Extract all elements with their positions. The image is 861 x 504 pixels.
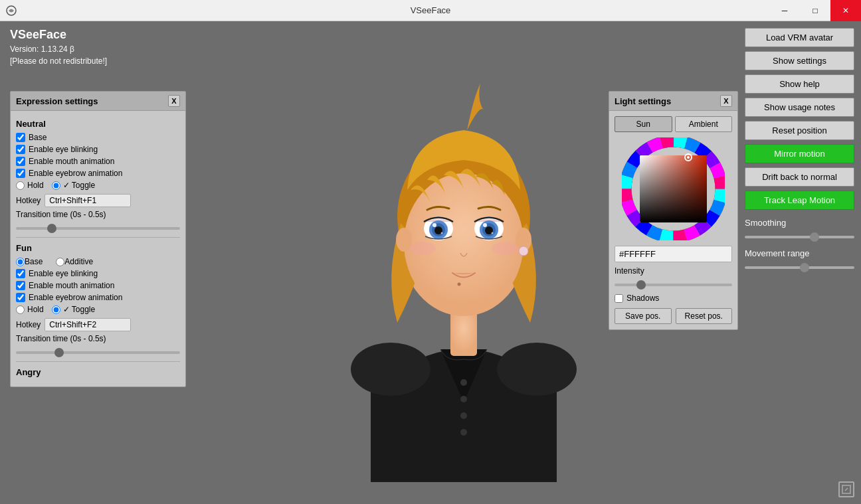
fun-slider-container [16, 346, 180, 356]
smoothing-section: Smoothing [745, 218, 854, 240]
neutral-base-checkbox[interactable] [16, 133, 25, 142]
show-usage-notes-button[interactable]: Show usage notes [745, 98, 854, 117]
section-divider-1 [16, 237, 180, 238]
app-version: Version: 1.13.24 β [10, 44, 107, 54]
avatar-svg [324, 44, 603, 482]
window-title: VSeeFace [411, 5, 451, 15]
svg-point-28 [460, 379, 467, 386]
fun-base-radio[interactable] [16, 258, 25, 266]
app-title-area: VSeeFace Version: 1.13.24 β [Please do n… [10, 28, 107, 66]
close-button[interactable]: ✕ [830, 0, 861, 21]
svg-point-22 [409, 242, 436, 255]
color-wheel-container [615, 137, 732, 240]
svg-point-49 [687, 156, 690, 159]
fun-transition-slider[interactable] [16, 351, 180, 354]
neutral-eye-blink-checkbox[interactable] [16, 145, 25, 154]
neutral-section-label: Neutral [16, 119, 180, 129]
show-settings-button[interactable]: Show settings [745, 51, 854, 70]
sun-tab[interactable]: Sun [615, 116, 672, 132]
app-name: VSeeFace [10, 28, 107, 42]
movement-range-section: Movement range [745, 248, 854, 271]
svg-rect-47 [640, 155, 707, 222]
neutral-eyebrow-row: Enable eyebrow animation [16, 169, 180, 178]
neutral-hotkey-row: Hotkey [16, 194, 180, 207]
svg-point-30 [460, 412, 467, 419]
smoothing-label: Smoothing [745, 218, 854, 228]
light-panel: Light settings X Sun Ambient [609, 91, 738, 330]
window-controls: ─ □ ✕ [769, 0, 861, 21]
fun-hold-radio[interactable] [16, 305, 25, 314]
expression-panel-close[interactable]: X [168, 95, 180, 107]
movement-range-slider[interactable] [745, 266, 854, 269]
section-divider-2 [16, 361, 180, 362]
color-wheel-svg [622, 137, 725, 240]
show-help-button[interactable]: Show help [745, 74, 854, 94]
neutral-hold-radio[interactable] [16, 181, 25, 190]
reset-pos-button[interactable]: Reset pos. [676, 308, 733, 324]
fun-transition-label: Transition time (0s - 0.5s) [16, 334, 180, 343]
light-btn-row: Save pos. Reset pos. [615, 308, 732, 324]
app-icon [5, 5, 17, 17]
shadows-checkbox[interactable] [615, 294, 623, 303]
intensity-label: Intensity [615, 266, 732, 276]
expression-panel-title: Expression settings [16, 96, 98, 106]
color-hex-input[interactable]: #FFFFFF [615, 246, 732, 262]
movement-range-label: Movement range [745, 248, 854, 258]
save-pos-button[interactable]: Save pos. [615, 308, 672, 324]
drift-back-button[interactable]: Drift back to normal [745, 167, 854, 187]
svg-point-20 [441, 232, 443, 234]
resize-icon [842, 485, 851, 494]
fun-type-row: Base Additive [16, 257, 180, 266]
neutral-slider-container [16, 222, 180, 232]
neutral-transition-label: Transition time (0s - 0.5s) [16, 210, 180, 219]
fun-hold-toggle-row: Hold ✓ Toggle [16, 305, 180, 314]
neutral-eyebrow-checkbox[interactable] [16, 169, 25, 178]
svg-point-25 [396, 228, 412, 252]
fun-eye-blink-row: Enable eye blinking [16, 269, 180, 278]
svg-point-29 [460, 396, 467, 402]
fun-eyebrow-checkbox[interactable] [16, 293, 25, 302]
expression-panel-header: Expression settings X [11, 92, 185, 111]
reset-position-button[interactable]: Reset position [745, 121, 854, 140]
bottom-right-icon[interactable] [838, 481, 854, 497]
neutral-transition-slider[interactable] [16, 227, 180, 230]
svg-point-19 [483, 223, 487, 227]
svg-point-18 [432, 223, 436, 227]
fun-mouth-checkbox[interactable] [16, 281, 25, 290]
expression-panel-body: Neutral Base Enable eye blinking Enable … [11, 111, 185, 386]
svg-point-21 [492, 232, 494, 234]
fun-mouth-row: Enable mouth animation [16, 281, 180, 290]
expression-panel: Expression settings X Neutral Base Enabl… [10, 91, 186, 387]
neutral-hotkey-input[interactable] [45, 194, 131, 207]
svg-point-24 [458, 282, 461, 286]
minimize-button[interactable]: ─ [769, 0, 800, 21]
fun-eye-blink-checkbox[interactable] [16, 269, 25, 278]
light-panel-header: Light settings X [609, 92, 737, 111]
light-panel-close[interactable]: X [720, 95, 732, 107]
fun-hotkey-input[interactable] [45, 318, 131, 331]
shadows-label: Shadows [626, 294, 659, 303]
light-panel-body: Sun Ambient [609, 111, 737, 329]
neutral-base-row: Base [16, 133, 180, 142]
maximize-button[interactable]: □ [800, 0, 830, 21]
neutral-hold-toggle-row: Hold ✓ Toggle [16, 181, 180, 190]
fun-additive-radio[interactable] [56, 258, 64, 266]
smoothing-slider[interactable] [745, 236, 854, 238]
load-vrm-button[interactable]: Load VRM avatar [745, 28, 854, 47]
svg-line-51 [845, 488, 848, 491]
intensity-slider[interactable] [615, 284, 732, 286]
right-panel: Load VRM avatar Show settings Show help … [745, 28, 854, 271]
redistribution-notice: [Please do not redistribute!] [10, 56, 107, 66]
mirror-motion-button[interactable]: Mirror motion [745, 144, 854, 163]
track-leap-button[interactable]: Track Leap Motion [745, 191, 854, 210]
light-tab-row: Sun Ambient [615, 116, 732, 132]
neutral-toggle-radio[interactable] [52, 181, 60, 190]
main-content: VSeeFace Version: 1.13.24 β [Please do n… [0, 21, 861, 504]
fun-hotkey-row: Hotkey [16, 318, 180, 331]
fun-toggle-radio[interactable] [52, 305, 60, 314]
svg-point-27 [519, 246, 528, 256]
titlebar: VSeeFace ─ □ ✕ [0, 0, 861, 21]
ambient-tab[interactable]: Ambient [675, 116, 733, 132]
shadows-row: Shadows [615, 294, 732, 303]
neutral-mouth-checkbox[interactable] [16, 157, 25, 166]
